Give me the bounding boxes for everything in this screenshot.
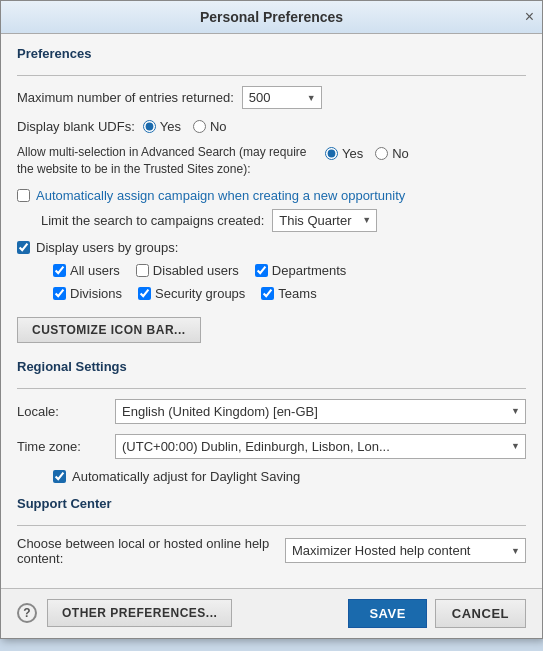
locale-select[interactable]: English (United Kingdom) [en-GB] English…: [115, 399, 526, 424]
other-preferences-button[interactable]: OTHER PREFERENCES...: [47, 599, 232, 627]
timezone-row: Time zone: (UTC+00:00) Dublin, Edinburgh…: [17, 434, 526, 459]
user-groups-row2: Divisions Security groups Teams: [53, 286, 526, 301]
display-blank-udfs-no-option[interactable]: No: [193, 119, 227, 134]
all-users-label: All users: [70, 263, 120, 278]
dialog-body: Preferences Maximum number of entries re…: [1, 34, 542, 588]
timezone-select[interactable]: (UTC+00:00) Dublin, Edinburgh, Lisbon, L…: [115, 434, 526, 459]
close-button[interactable]: ×: [525, 9, 534, 25]
limit-search-select-wrapper: This Quarter This Month Last Quarter All…: [272, 209, 377, 232]
max-entries-row: Maximum number of entries returned: 100 …: [17, 86, 526, 109]
preferences-divider: [17, 75, 526, 76]
teams-checkbox[interactable]: [261, 287, 274, 300]
disabled-users-item[interactable]: Disabled users: [136, 263, 239, 278]
multi-select-row: Allow multi-selection in Advanced Search…: [17, 144, 526, 178]
help-content-select-wrapper: Maximizer Hosted help content Local help…: [285, 538, 526, 563]
display-blank-udfs-label: Display blank UDFs:: [17, 119, 135, 134]
max-entries-label: Maximum number of entries returned:: [17, 90, 234, 105]
customize-icon-bar-button[interactable]: CUSTOMIZE ICON BAR...: [17, 317, 201, 343]
security-groups-checkbox[interactable]: [138, 287, 151, 300]
display-blank-udfs-no-label: No: [210, 119, 227, 134]
display-blank-udfs-yes-label: Yes: [160, 119, 181, 134]
limit-search-select[interactable]: This Quarter This Month Last Quarter All…: [272, 209, 377, 232]
auto-assign-checkbox[interactable]: [17, 189, 30, 202]
multi-select-radio-group: Yes No: [325, 146, 409, 161]
personal-preferences-dialog: Personal Preferences × Preferences Maxim…: [0, 0, 543, 639]
footer-left: ? OTHER PREFERENCES...: [17, 599, 340, 627]
teams-label: Teams: [278, 286, 316, 301]
limit-search-row: Limit the search to campaigns created: T…: [41, 209, 526, 232]
save-button[interactable]: SAVE: [348, 599, 426, 628]
security-groups-item[interactable]: Security groups: [138, 286, 245, 301]
multi-select-yes-label: Yes: [342, 146, 363, 161]
departments-item[interactable]: Departments: [255, 263, 346, 278]
daylight-saving-checkbox[interactable]: [53, 470, 66, 483]
dialog-title: Personal Preferences: [200, 9, 343, 25]
multi-select-no-option[interactable]: No: [375, 146, 409, 161]
limit-search-label: Limit the search to campaigns created:: [41, 213, 264, 228]
help-content-label: Choose between local or hosted online he…: [17, 536, 277, 566]
support-divider: [17, 525, 526, 526]
disabled-users-checkbox[interactable]: [136, 264, 149, 277]
departments-checkbox[interactable]: [255, 264, 268, 277]
display-users-groups-label: Display users by groups:: [36, 240, 178, 255]
max-entries-select-wrapper: 100 250 500 1000 2000: [242, 86, 322, 109]
locale-select-wrapper: English (United Kingdom) [en-GB] English…: [115, 399, 526, 424]
departments-label: Departments: [272, 263, 346, 278]
display-blank-udfs-row: Display blank UDFs: Yes No: [17, 119, 526, 134]
support-section-title: Support Center: [17, 496, 526, 515]
daylight-saving-row: Automatically adjust for Daylight Saving: [53, 469, 526, 484]
display-blank-udfs-yes-radio[interactable]: [143, 120, 156, 133]
footer-right: SAVE CANCEL: [348, 599, 526, 628]
timezone-select-wrapper: (UTC+00:00) Dublin, Edinburgh, Lisbon, L…: [115, 434, 526, 459]
multi-select-yes-option[interactable]: Yes: [325, 146, 363, 161]
auto-assign-row: Automatically assign campaign when creat…: [17, 188, 526, 203]
display-users-groups-checkbox[interactable]: [17, 241, 30, 254]
dialog-header: Personal Preferences ×: [1, 1, 542, 34]
regional-section-title: Regional Settings: [17, 359, 526, 378]
multi-select-label: Allow multi-selection in Advanced Search…: [17, 144, 317, 178]
locale-row: Locale: English (United Kingdom) [en-GB]…: [17, 399, 526, 424]
multi-select-no-label: No: [392, 146, 409, 161]
customize-btn-wrapper: CUSTOMIZE ICON BAR...: [17, 313, 526, 347]
divisions-label: Divisions: [70, 286, 122, 301]
regional-divider: [17, 388, 526, 389]
display-blank-udfs-no-radio[interactable]: [193, 120, 206, 133]
disabled-users-label: Disabled users: [153, 263, 239, 278]
timezone-label: Time zone:: [17, 439, 107, 454]
all-users-checkbox[interactable]: [53, 264, 66, 277]
dialog-footer: ? OTHER PREFERENCES... SAVE CANCEL: [1, 588, 542, 638]
max-entries-select[interactable]: 100 250 500 1000 2000: [242, 86, 322, 109]
preferences-section-title: Preferences: [17, 46, 526, 65]
divisions-checkbox[interactable]: [53, 287, 66, 300]
all-users-item[interactable]: All users: [53, 263, 120, 278]
security-groups-label: Security groups: [155, 286, 245, 301]
auto-assign-label: Automatically assign campaign when creat…: [36, 188, 405, 203]
locale-label: Locale:: [17, 404, 107, 419]
daylight-saving-label: Automatically adjust for Daylight Saving: [72, 469, 300, 484]
help-icon[interactable]: ?: [17, 603, 37, 623]
multi-select-no-radio[interactable]: [375, 147, 388, 160]
help-content-row: Choose between local or hosted online he…: [17, 536, 526, 566]
help-content-select[interactable]: Maximizer Hosted help content Local help…: [285, 538, 526, 563]
multi-select-yes-radio[interactable]: [325, 147, 338, 160]
teams-item[interactable]: Teams: [261, 286, 316, 301]
display-blank-udfs-radio-group: Yes No: [143, 119, 227, 134]
display-users-groups-row: Display users by groups:: [17, 240, 526, 255]
cancel-button[interactable]: CANCEL: [435, 599, 526, 628]
display-blank-udfs-yes-option[interactable]: Yes: [143, 119, 181, 134]
divisions-item[interactable]: Divisions: [53, 286, 122, 301]
user-groups-row1: All users Disabled users Departments: [53, 263, 526, 278]
